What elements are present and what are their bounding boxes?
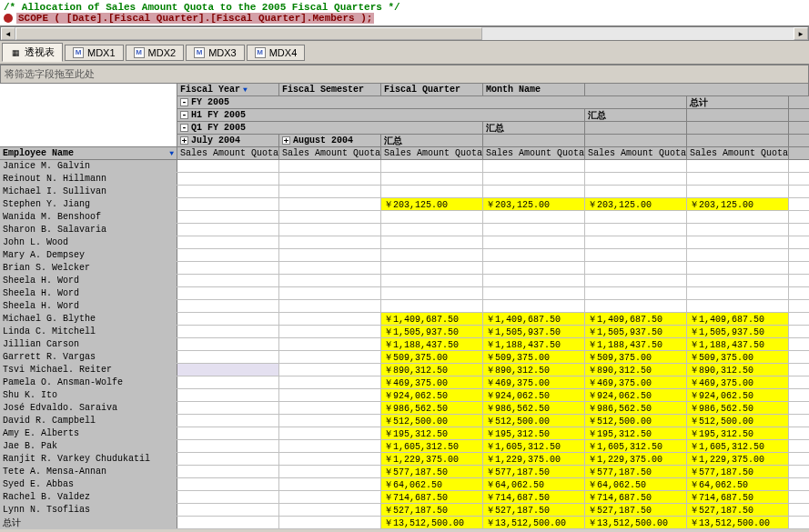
data-cell[interactable] [483,249,585,261]
data-cell[interactable]: ￥1,505,937.50 [483,326,585,337]
data-cell[interactable]: ￥64,062.50 [585,478,687,490]
tab-mdx4[interactable]: M MDX4 [247,45,306,61]
data-cell[interactable] [177,453,279,465]
collapse-icon[interactable]: - [180,111,188,119]
data-cell[interactable]: ￥924,062.50 [483,389,585,401]
row-header[interactable]: Ranjit R. Varkey Chudukatil [0,453,177,465]
data-cell[interactable] [177,338,279,350]
data-cell[interactable] [585,173,687,185]
data-cell[interactable]: ￥509,375.00 [381,351,483,363]
data-cell[interactable]: ￥195,312.50 [585,427,687,439]
data-cell[interactable] [687,249,789,261]
data-cell[interactable] [279,402,381,414]
data-cell[interactable]: ￥714,687.50 [585,491,687,503]
data-cell[interactable]: ￥527,187.50 [483,504,585,516]
data-cell[interactable]: ￥13,512,500.00 [483,517,585,528]
data-cell[interactable]: ￥1,605,312.50 [483,440,585,452]
col-h1-cell[interactable]: - H1 FY 2005 [177,109,585,121]
row-header[interactable]: Tsvi Michael. Reiter [0,364,177,376]
data-cell[interactable] [483,211,585,223]
data-cell[interactable] [279,236,381,248]
data-cell[interactable]: ￥577,187.50 [483,466,585,477]
data-cell[interactable] [483,224,585,236]
data-cell[interactable] [585,211,687,223]
data-cell[interactable]: ￥64,062.50 [483,478,585,490]
row-header[interactable]: Jae B. Pak [0,440,177,452]
row-field-header[interactable]: Employee Name ▼ [0,147,177,159]
data-cell[interactable] [177,389,279,401]
tab-mdx1[interactable]: M MDX1 [65,45,124,61]
data-cell[interactable]: ￥509,375.00 [483,351,585,363]
data-cell[interactable]: ￥1,505,937.50 [381,326,483,337]
data-cell[interactable]: ￥714,687.50 [687,491,789,503]
data-cell[interactable] [279,326,381,337]
data-cell[interactable] [687,300,789,312]
data-cell[interactable] [585,300,687,312]
data-cell[interactable] [687,173,789,185]
data-cell[interactable]: ￥1,188,437.50 [381,338,483,350]
data-cell[interactable]: ￥1,229,375.00 [585,453,687,465]
data-cell[interactable]: ￥1,229,375.00 [483,453,585,465]
data-cell[interactable] [177,517,279,528]
col-field-fiscal-year[interactable]: Fiscal Year▼ [177,84,279,95]
scroll-right-icon[interactable]: ► [794,27,808,40]
data-cell[interactable]: ￥924,062.50 [687,389,789,401]
data-cell[interactable] [177,198,279,210]
data-cell[interactable] [483,262,585,274]
data-cell[interactable] [381,300,483,312]
data-cell[interactable]: ￥986,562.50 [585,402,687,414]
data-cell[interactable]: ￥890,312.50 [483,364,585,376]
data-cell[interactable]: ￥1,409,687.50 [483,313,585,325]
data-cell[interactable] [177,300,279,312]
data-cell[interactable]: ￥1,605,312.50 [381,440,483,452]
data-cell[interactable]: ￥512,500.00 [483,415,585,427]
data-cell[interactable] [279,300,381,312]
data-cell[interactable]: ￥512,500.00 [687,415,789,427]
data-cell[interactable] [483,236,585,248]
data-cell[interactable] [279,453,381,465]
data-cell[interactable] [177,504,279,516]
data-cell[interactable]: ￥203,125.00 [483,198,585,210]
data-cell[interactable]: ￥512,500.00 [381,415,483,427]
data-cell[interactable] [381,262,483,274]
data-cell[interactable]: ￥924,062.50 [585,389,687,401]
data-cell[interactable]: ￥469,375.00 [483,376,585,388]
data-cell[interactable]: ￥986,562.50 [381,402,483,414]
data-cell[interactable]: ￥64,062.50 [687,478,789,490]
data-cell[interactable] [177,491,279,503]
data-cell[interactable] [177,351,279,363]
data-cell[interactable] [177,236,279,248]
row-header[interactable]: Syed E. Abbas [0,478,177,490]
row-header[interactable]: 总计 [0,517,177,528]
data-cell[interactable]: ￥890,312.50 [381,364,483,376]
data-cell[interactable] [279,491,381,503]
data-cell[interactable] [483,173,585,185]
col-q1-cell[interactable]: - Q1 FY 2005 [177,122,483,134]
row-header[interactable]: Sheela H. Word [0,287,177,299]
dropdown-icon[interactable]: ▼ [169,149,174,157]
data-cell[interactable] [177,415,279,427]
data-cell[interactable] [279,364,381,376]
data-cell[interactable] [585,186,687,197]
data-cell[interactable] [381,236,483,248]
row-header[interactable]: David R. Campbell [0,415,177,427]
data-cell[interactable] [279,211,381,223]
data-cell[interactable] [687,262,789,274]
row-header[interactable]: Sheela H. Word [0,275,177,286]
data-cell[interactable]: ￥195,312.50 [483,427,585,439]
data-cell[interactable]: ￥1,188,437.50 [687,338,789,350]
row-header[interactable]: Brian S. Welcker [0,262,177,274]
data-cell[interactable]: ￥1,505,937.50 [687,326,789,337]
row-header[interactable]: Mary A. Dempsey [0,249,177,261]
data-cell[interactable]: ￥1,605,312.50 [585,440,687,452]
data-cell[interactable]: ￥714,687.50 [483,491,585,503]
data-cell[interactable]: ￥1,229,375.00 [381,453,483,465]
data-cell[interactable] [381,211,483,223]
data-cell[interactable] [177,326,279,337]
data-cell[interactable] [483,300,585,312]
data-cell[interactable] [687,160,789,172]
data-cell[interactable] [585,275,687,286]
col-august-cell[interactable]: + August 2004 [279,135,381,146]
data-cell[interactable] [177,313,279,325]
data-cell[interactable] [381,224,483,236]
